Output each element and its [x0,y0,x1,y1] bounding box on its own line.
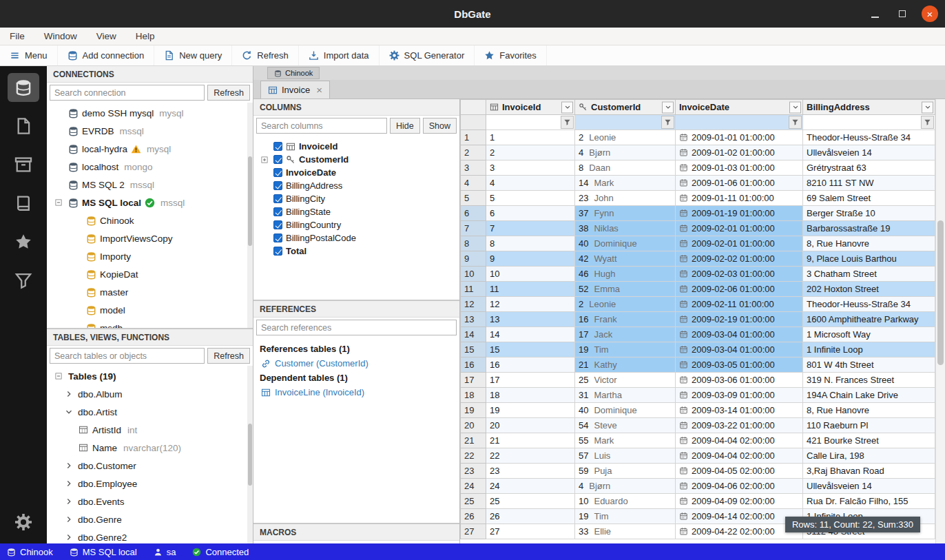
cell-customerid[interactable]: 40Dominique [575,403,676,418]
row-number-cell[interactable]: 6 [461,206,486,221]
cell-billingaddress[interactable]: 194A Chain Lake Drive [803,388,935,403]
database-item-chinook[interactable]: Chinook [47,211,253,229]
cell-billingaddress[interactable]: 202 Hoxton Street [803,282,935,297]
collapse-expander-icon[interactable] [52,372,65,380]
toolbar-favorites[interactable]: Favorites [475,45,546,65]
column-checkbox[interactable] [273,142,282,151]
cell-invoiceid[interactable]: 22 [486,448,575,464]
toolbar-refresh[interactable]: Refresh [232,45,299,65]
cell-customerid[interactable]: 2Leonie [575,130,676,145]
cell-invoicedate[interactable]: 2009-03-06 01:00:00 [676,373,803,388]
column-checkbox[interactable] [273,194,282,203]
cell-billingaddress[interactable]: 8, Rue Hanovre [803,403,935,418]
cell-invoiceid[interactable]: 18 [486,388,575,403]
cell-customerid[interactable]: 19Tim [575,342,676,357]
cell-invoiceid[interactable]: 12 [486,297,575,312]
column-menu-button[interactable] [662,101,674,113]
column-checkbox[interactable] [273,234,282,242]
cell-invoicedate[interactable]: 2009-01-06 01:00:00 [676,176,803,191]
cell-billingaddress[interactable]: 801 W 4th Street [803,357,935,373]
row-number-cell[interactable]: 20 [461,418,486,433]
cell-invoiceid[interactable]: 3 [486,160,575,176]
cell-customerid[interactable]: 2Leonie [575,297,676,312]
column-item-billingaddress[interactable]: BillingAddress [253,179,459,192]
cell-customerid[interactable]: 52Emma [575,282,676,297]
cell-customerid[interactable]: 59Puja [575,464,676,479]
cell-invoicedate[interactable]: 2009-02-19 01:00:00 [676,312,803,327]
cell-invoiceid[interactable]: 23 [486,464,575,479]
database-item-kopiedat[interactable]: KopieDat [47,265,253,283]
row-number-cell[interactable]: 4 [461,176,486,191]
column-item-billingstate[interactable]: BillingState [253,205,459,218]
cell-billingaddress[interactable]: 69 Salem Street [803,191,935,206]
tree-group-tables[interactable]: Tables (19) [47,367,253,385]
row-number-cell[interactable]: 1 [461,130,486,145]
row-number-cell[interactable]: 13 [461,312,486,327]
row-number-cell[interactable]: 18 [461,388,486,403]
cell-billingaddress[interactable]: Theodor-Heuss-Straße 34 [803,297,935,312]
cell-customerid[interactable]: 55Mark [575,433,676,448]
table-item-dbo-artist[interactable]: dbo.Artist [47,403,253,421]
connection-item-localhost[interactable]: localhostmongo [47,158,253,176]
column-menu-button[interactable] [561,101,573,113]
row-number-cell[interactable]: 11 [461,282,486,297]
cell-invoiceid[interactable]: 8 [486,236,575,251]
cell-invoiceid[interactable]: 13 [486,312,575,327]
filter-button[interactable] [661,116,674,129]
cell-invoicedate[interactable]: 2009-02-03 01:00:00 [676,267,803,282]
reference-link-customer-customerid[interactable]: Customer (CustomerId) [260,356,453,371]
statusbar-user[interactable]: sa [154,547,176,557]
database-item-importy[interactable]: Importy [47,247,253,265]
column-checkbox[interactable] [273,247,282,256]
column-item-total[interactable]: Total [253,245,459,258]
cell-invoiceid[interactable]: 10 [486,267,575,282]
database-item-importviewscopy[interactable]: ImportViewsCopy [47,229,253,247]
cell-customerid[interactable]: 23John [575,191,676,206]
cell-customerid[interactable]: 42Wyatt [575,251,676,267]
cell-invoicedate[interactable]: 2009-01-01 01:00:00 [676,130,803,145]
hide-button[interactable]: Hide [390,118,420,134]
table-item-dbo-genre[interactable]: dbo.Genre [47,510,253,528]
rail-gear-icon[interactable] [8,508,39,537]
row-number-cell[interactable]: 19 [461,403,486,418]
toolbar-new-query[interactable]: New query [154,45,232,65]
cell-invoiceid[interactable]: 1 [486,130,575,145]
toolbar-add-connection[interactable]: Add connection [58,45,155,65]
column-header-customerid[interactable]: CustomerId [575,100,676,115]
rail-star-icon[interactable] [8,227,39,256]
menu-window[interactable]: Window [44,31,77,41]
cell-invoiceid[interactable]: 26 [486,509,575,524]
connection-item-local-hydra[interactable]: local-hydramysql [47,140,253,158]
cell-customerid[interactable]: 17Jack [575,327,676,342]
cell-billingaddress[interactable]: 9, Place Louis Barthou [803,251,935,267]
chevron-right-icon[interactable] [63,497,74,506]
cell-customerid[interactable]: 57Luis [575,448,676,464]
cell-billingaddress[interactable]: Rua Dr. Falcão Filho, 155 [803,494,935,509]
filter-button[interactable] [921,116,934,129]
cell-customerid[interactable]: 31Martha [575,388,676,403]
row-number-cell[interactable]: 21 [461,433,486,448]
cell-invoicedate[interactable]: 2009-04-04 02:00:00 [676,448,803,464]
cell-invoicedate[interactable]: 2009-02-01 01:00:00 [676,221,803,236]
cell-invoicedate[interactable]: 2009-04-06 02:00:00 [676,479,803,494]
cell-invoiceid[interactable]: 6 [486,206,575,221]
chevron-right-icon[interactable] [63,533,74,541]
cell-customerid[interactable]: 4Bjørn [575,479,676,494]
cell-billingaddress[interactable]: Ullevålsveien 14 [803,479,935,494]
chevron-right-icon[interactable] [63,515,74,523]
table-item-dbo-events[interactable]: dbo.Events [47,492,253,510]
scrollbar-thumb[interactable] [248,424,252,486]
scrollbar-thumb[interactable] [937,220,944,365]
cell-customerid[interactable]: 37Fynn [575,206,676,221]
rail-database-icon[interactable] [8,73,39,102]
menu-file[interactable]: File [10,31,25,41]
column-menu-button[interactable] [922,101,933,113]
cell-invoicedate[interactable]: 2009-03-09 01:00:00 [676,388,803,403]
statusbar-status[interactable]: Connected [192,547,249,557]
grid-corner-cell[interactable] [461,100,486,115]
cell-invoiceid[interactable]: 19 [486,403,575,418]
tables-refresh-button[interactable]: Refresh [207,348,250,364]
cell-billingaddress[interactable]: Barbarossastraße 19 [803,221,935,236]
cell-billingaddress[interactable]: 8210 111 ST NW [803,176,935,191]
cell-invoicedate[interactable]: 2009-01-11 01:00:00 [676,191,803,206]
